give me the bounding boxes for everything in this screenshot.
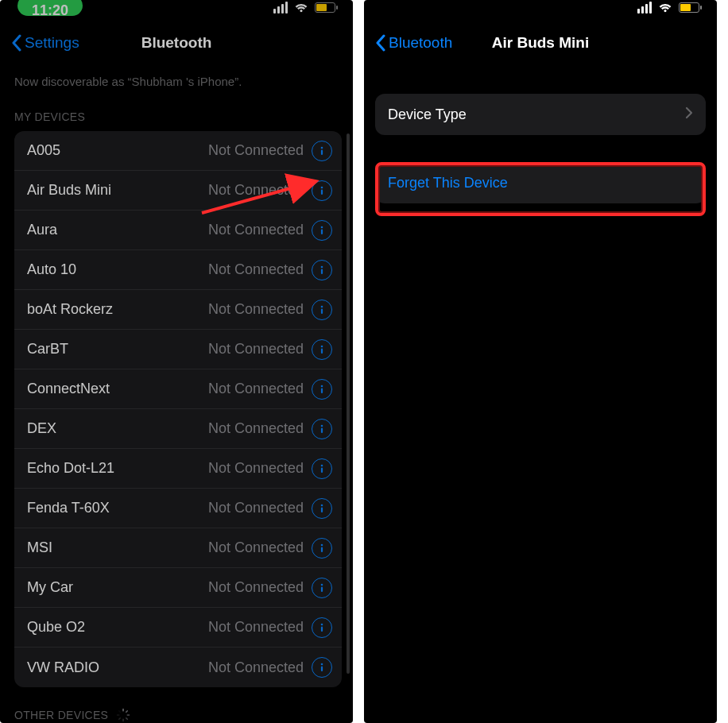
svg-rect-1: [321, 149, 323, 154]
device-status: Not Connected: [208, 619, 304, 636]
info-icon[interactable]: [312, 379, 332, 400]
discoverable-text: Now discoverable as “Shubham 's iPhone”.: [0, 62, 353, 93]
svg-rect-33: [118, 717, 122, 721]
device-name: MSI: [27, 539, 208, 556]
status-bar: 11:20: [0, 0, 353, 24]
forget-device-group: Forget This Device: [375, 162, 706, 203]
screen-bluetooth-list: 11:20 Settings Bluetooth Now discoverabl…: [0, 0, 353, 723]
chevron-right-icon: [685, 106, 693, 122]
device-status: Not Connected: [208, 341, 304, 358]
device-row[interactable]: ConnectNext Not Connected: [14, 369, 342, 409]
svg-point-8: [321, 305, 323, 307]
svg-rect-23: [321, 586, 323, 591]
device-name: Echo Dot-L21: [27, 460, 208, 477]
info-icon[interactable]: [312, 220, 332, 241]
back-button[interactable]: Settings: [11, 34, 79, 52]
info-icon[interactable]: [312, 419, 332, 439]
svg-rect-19: [321, 507, 323, 512]
info-icon[interactable]: [312, 141, 332, 161]
forget-device-label: Forget This Device: [388, 175, 693, 191]
device-row[interactable]: VW RADIO Not Connected: [14, 648, 342, 687]
battery-icon: [679, 2, 699, 13]
info-icon[interactable]: [312, 260, 332, 280]
svg-rect-15: [321, 427, 323, 432]
status-icons: [273, 2, 335, 14]
svg-rect-7: [321, 269, 323, 273]
device-row[interactable]: Air Buds Mini Not Connected: [14, 171, 342, 211]
device-name: A005: [27, 142, 208, 159]
device-name: Air Buds Mini: [27, 182, 208, 199]
svg-rect-31: [126, 717, 129, 721]
svg-rect-9: [321, 308, 323, 313]
device-row[interactable]: CarBT Not Connected: [14, 330, 342, 369]
info-icon[interactable]: [312, 498, 332, 519]
status-bar: 11:20: [364, 0, 717, 24]
device-row[interactable]: Fenda T-60X Not Connected: [14, 489, 342, 528]
info-icon[interactable]: [312, 578, 332, 598]
device-status: Not Connected: [208, 222, 304, 238]
device-name: Fenda T-60X: [27, 500, 208, 516]
device-type-group: Device Type: [375, 94, 706, 135]
info-icon[interactable]: [312, 339, 332, 360]
device-row[interactable]: Aura Not Connected: [14, 211, 342, 250]
svg-point-2: [321, 186, 323, 188]
device-row[interactable]: boAt Rockerz Not Connected: [14, 290, 342, 330]
device-row[interactable]: A005 Not Connected: [14, 131, 342, 171]
back-button[interactable]: Bluetooth: [375, 34, 452, 52]
device-row[interactable]: DEX Not Connected: [14, 409, 342, 449]
info-icon[interactable]: [312, 458, 332, 479]
svg-rect-32: [123, 719, 125, 722]
info-icon[interactable]: [312, 180, 332, 201]
svg-point-12: [321, 385, 323, 387]
device-name: My Car: [27, 579, 208, 596]
svg-rect-3: [321, 189, 323, 194]
device-status: Not Connected: [208, 182, 304, 199]
nav-header: Settings Bluetooth: [0, 24, 353, 62]
back-label: Settings: [25, 34, 79, 52]
spinner-icon: [116, 708, 130, 722]
status-time-pill: 11:20: [17, 0, 83, 16]
svg-point-4: [321, 226, 323, 228]
svg-rect-25: [321, 626, 323, 631]
svg-point-22: [321, 583, 323, 586]
device-type-label: Device Type: [388, 106, 685, 123]
device-type-row[interactable]: Device Type: [375, 94, 706, 135]
device-name: boAt Rockerz: [27, 301, 208, 318]
svg-point-6: [321, 265, 323, 268]
info-icon[interactable]: [312, 617, 332, 638]
info-icon[interactable]: [312, 300, 332, 320]
device-row[interactable]: My Car Not Connected: [14, 568, 342, 608]
info-icon[interactable]: [312, 538, 332, 559]
device-status: Not Connected: [208, 142, 304, 159]
svg-point-0: [321, 146, 323, 149]
forget-device-button[interactable]: Forget This Device: [375, 162, 706, 203]
wifi-icon: [658, 2, 672, 13]
status-icons: [637, 2, 699, 14]
svg-rect-11: [321, 348, 323, 353]
back-label: Bluetooth: [389, 34, 452, 52]
screen-device-detail: 11:20 Bluetooth Air Buds Mini Device Typ…: [364, 0, 717, 723]
svg-rect-5: [321, 229, 323, 234]
svg-rect-28: [123, 709, 125, 712]
device-status: Not Connected: [208, 381, 304, 397]
svg-point-14: [321, 424, 323, 427]
svg-point-20: [321, 543, 323, 546]
svg-point-24: [321, 623, 323, 625]
info-icon[interactable]: [312, 657, 332, 678]
device-row[interactable]: Auto 10 Not Connected: [14, 250, 342, 290]
device-name: ConnectNext: [27, 381, 208, 397]
device-status: Not Connected: [208, 579, 304, 596]
device-name: Aura: [27, 222, 208, 238]
device-row[interactable]: Echo Dot-L21 Not Connected: [14, 449, 342, 489]
svg-rect-29: [126, 710, 129, 713]
device-status: Not Connected: [208, 659, 304, 676]
device-name: CarBT: [27, 341, 208, 358]
scroll-indicator[interactable]: [347, 133, 350, 674]
device-status: Not Connected: [208, 460, 304, 477]
svg-point-10: [321, 345, 323, 347]
svg-rect-34: [117, 714, 120, 716]
section-my-devices-label: MY DEVICES: [0, 93, 353, 131]
device-name: DEX: [27, 420, 208, 437]
device-row[interactable]: Qube O2 Not Connected: [14, 608, 342, 648]
device-row[interactable]: MSI Not Connected: [14, 528, 342, 568]
